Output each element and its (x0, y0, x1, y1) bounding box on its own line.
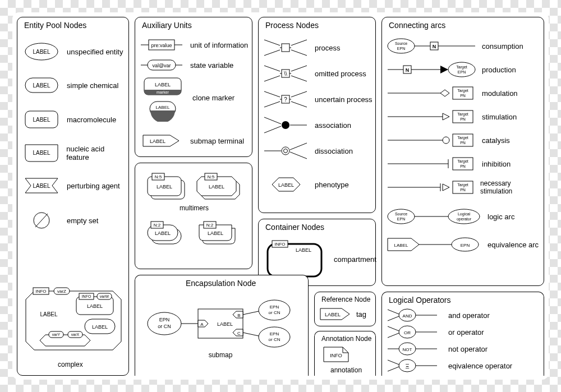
glyph-arc-catalysis: TargetPN (387, 132, 476, 149)
svg-text:Target: Target (457, 89, 468, 93)
glyph-empty-set (24, 210, 59, 230)
label: equivalence arc (488, 241, 539, 249)
svg-text:EPN: EPN (461, 243, 470, 248)
label: catalysis (482, 136, 510, 145)
label: submap terminal (190, 137, 244, 145)
panel-process: Process Nodes process \\ omitted process… (258, 17, 376, 213)
svg-text:marker: marker (157, 90, 169, 94)
svg-text:N: N (406, 67, 410, 73)
svg-line-165 (388, 333, 399, 338)
glyph-dissociation (264, 141, 307, 161)
label: production (482, 66, 516, 74)
panel-title: Container Nodes (265, 223, 324, 232)
svg-text:LABEL: LABEL (33, 183, 50, 189)
svg-marker-123 (440, 90, 449, 96)
glyph-association (264, 115, 307, 135)
glyph-unit-of-information: pre:value (141, 39, 182, 51)
svg-rect-85 (268, 244, 321, 276)
label: not operator (448, 345, 488, 353)
svg-text:LABEL: LABEL (33, 150, 50, 156)
svg-text:Target: Target (457, 159, 468, 164)
svg-text:OR: OR (404, 330, 411, 335)
svg-point-133 (443, 137, 449, 144)
glyph-complex: INFO varZ LABEL INFO varW LABEL LABEL va… (23, 285, 124, 358)
glyph-unspecified-entity: LABEL (24, 42, 59, 61)
panel-arcs: Connecting arcs SourceEPN N consumption … (381, 17, 544, 286)
label: perturbing agent (67, 182, 120, 190)
svg-text:Logical: Logical (458, 212, 471, 216)
label: dissociation (315, 147, 353, 155)
svg-text:varZ: varZ (57, 289, 66, 294)
svg-line-64 (291, 76, 307, 81)
label: state variable (190, 61, 233, 70)
svg-text:or CN: or CN (269, 337, 280, 342)
svg-text:EPN: EPN (159, 317, 170, 322)
label: empty set (67, 216, 98, 225)
glyph-arc-equivalence: LABEL EPN (387, 236, 482, 253)
svg-text:LABEL: LABEL (325, 312, 341, 317)
caption-complex: complex (58, 361, 83, 368)
label: clone marker (192, 94, 234, 102)
svg-text:N:5: N:5 (155, 174, 162, 179)
svg-text:LABEL: LABEL (156, 105, 170, 110)
svg-point-83 (284, 149, 288, 153)
svg-text:PN: PN (460, 188, 466, 192)
panel-logical: Logical Operators AND and operator OR or… (381, 292, 544, 376)
svg-text:LABEL: LABEL (92, 324, 108, 330)
svg-text:Target: Target (457, 136, 468, 140)
svg-line-55 (264, 40, 280, 45)
glyph-compartment: INFO LABEL (264, 238, 326, 280)
svg-text:INFO: INFO (35, 289, 46, 294)
svg-text:pre:value: pre:value (151, 43, 172, 48)
svg-line-173 (388, 360, 399, 365)
glyph-perturbing-agent: LABEL (24, 177, 59, 195)
glyph-uncertain-process: ? (264, 89, 307, 109)
svg-text:PN: PN (460, 141, 466, 145)
svg-marker-144 (443, 184, 449, 191)
glyph-annotation: INFO (323, 346, 351, 367)
svg-line-174 (388, 367, 399, 371)
svg-text:or CN: or CN (158, 324, 171, 329)
svg-text:EPN: EPN (270, 331, 279, 336)
svg-line-160 (388, 316, 399, 321)
svg-text:N:5: N:5 (208, 174, 215, 179)
svg-line-81 (290, 152, 307, 159)
glyph-submap-terminal: LABEL (141, 133, 182, 149)
label: stimulation (482, 113, 517, 121)
panel-title: Process Nodes (265, 21, 319, 30)
svg-line-75 (264, 117, 281, 124)
label: modulation (482, 89, 518, 98)
svg-text:LABEL: LABEL (155, 82, 171, 87)
svg-text:Source: Source (395, 212, 407, 216)
panel-encapsulation: Encapsulation Node EPNor CN LABEL A B C … (135, 275, 309, 376)
glyph-arc-necessary-stimulation: TargetPN (387, 179, 475, 196)
svg-text:NOT: NOT (403, 347, 412, 352)
panel-title: Auxiliary Units (142, 21, 192, 30)
svg-text:val@var: val@var (152, 63, 171, 68)
label: necessary stimulation (480, 179, 544, 195)
svg-point-109 (388, 39, 415, 53)
svg-text:PN: PN (460, 117, 466, 121)
panel-title: Entity Pool Nodes (24, 21, 86, 30)
svg-text:varY: varY (52, 333, 61, 336)
panel-title: Encapsulation Node (186, 279, 256, 288)
svg-line-61 (264, 66, 280, 71)
svg-text:submap: submap (209, 351, 233, 359)
svg-text:EPN: EPN (458, 70, 466, 74)
svg-text:Target: Target (456, 65, 467, 70)
label: unspecified entity (67, 48, 123, 56)
svg-text:LABEL: LABEL (208, 230, 223, 236)
svg-line-57 (291, 40, 307, 45)
panel-title: Connecting arcs (389, 21, 445, 30)
svg-text:Target: Target (457, 112, 468, 117)
panel-auxiliary: Auxiliary Units pre:value unit of inform… (135, 17, 252, 157)
glyph-state-variable: val@var (141, 59, 182, 71)
svg-text:N: N (433, 44, 436, 49)
label: macromolecule (67, 116, 116, 124)
panel-reference: Reference Node LABEL tag (314, 292, 376, 326)
svg-text:\\: \\ (284, 71, 287, 77)
svg-text:A: A (200, 322, 204, 327)
panel-entity-pool: Entity Pool Nodes LABEL unspecified enti… (17, 17, 129, 376)
glyph-op-not: NOT (388, 342, 438, 356)
svg-text:LABEL: LABEL (296, 247, 311, 253)
